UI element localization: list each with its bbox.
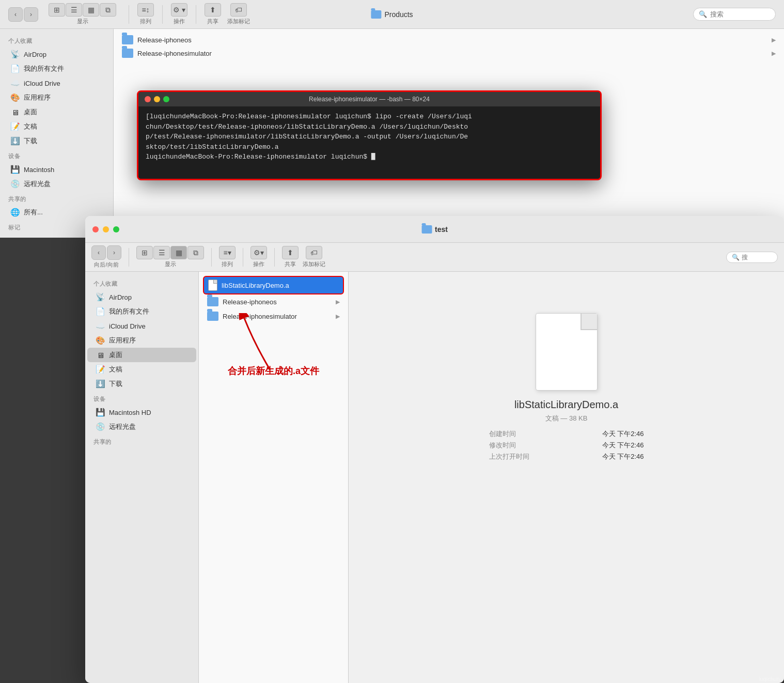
front-main: libStaticLibraryDemo.a Release-iphoneos … — [199, 272, 784, 683]
front-share-btn[interactable]: ⬆ — [282, 246, 299, 259]
tl-yellow[interactable] — [154, 96, 160, 102]
terminal-line4: sktop/test/libStaticLibraryDemo.a — [146, 142, 593, 152]
sidebar-item-downloads[interactable]: ⬇️ 下载 — [2, 134, 111, 148]
file-item-iphoneos[interactable]: Release-iphoneos ▶ — [203, 294, 344, 309]
front-list-view[interactable]: ☰ — [153, 246, 170, 259]
front-search-icon: 🔍 — [732, 254, 740, 261]
front-sidebar-downloads[interactable]: ⬇️ 下载 — [87, 377, 196, 391]
front-sidebar-icloud[interactable]: ☁️ iCloud Drive — [87, 319, 196, 333]
sort-btn[interactable]: ≡↕ — [137, 3, 154, 17]
front-bookmark-section: 🏷 添加标记 — [303, 246, 325, 268]
folder-icon-iphoneos — [122, 35, 133, 44]
front-label-downloads: 下载 — [109, 379, 122, 389]
file-row-iphoneos[interactable]: Release-iphoneos ▶ — [118, 33, 780, 46]
bookmark-btn[interactable]: 🏷 — [230, 3, 247, 17]
front-sidebar-remotedisk[interactable]: 💿 远程光盘 — [87, 420, 196, 434]
sidebar-item-allfiles[interactable]: 📄 我的所有文件 — [2, 61, 111, 76]
chevron-front-iphoneos: ▶ — [336, 299, 340, 305]
sidebar-item-remotedisk[interactable]: 💿 远程光盘 — [2, 177, 111, 191]
airdrop-icon: 📡 — [10, 50, 20, 59]
file-name-iphonesimulator: Release-iphonesimulator — [137, 50, 212, 57]
front-sidebar-docs[interactable]: 📝 文稿 — [87, 362, 196, 377]
front-search[interactable]: 🔍 — [726, 252, 778, 263]
sidebar-item-docs[interactable]: 📝 文稿 — [2, 119, 111, 134]
sidebar-label-icloud: iCloud Drive — [24, 80, 60, 87]
front-section-devices: 设备 — [85, 391, 198, 405]
front-column-view[interactable]: ▦ — [170, 246, 187, 259]
front-icon-view[interactable]: ⊞ — [136, 246, 153, 259]
back-finder-title: Products — [371, 10, 413, 19]
action-btn[interactable]: ⚙ ▾ — [171, 3, 187, 17]
front-view-group: ⊞ ☰ ▦ ⧉ — [136, 246, 204, 259]
front-label-allfiles: 我的所有文件 — [109, 307, 149, 316]
front-action-btn[interactable]: ⚙▾ — [250, 246, 267, 259]
front-sidebar-allfiles[interactable]: 📄 我的所有文件 — [87, 304, 196, 319]
terminal-titlebar: Release-iphonesimulator — -bash — 80×24 — [138, 92, 600, 106]
front-sidebar-airdrop[interactable]: 📡 AirDrop — [87, 290, 196, 304]
folder-icon-iphonesimulator — [122, 49, 133, 58]
sidebar-item-desktop[interactable]: 🖥 桌面 — [2, 105, 111, 119]
sidebar-item-airdrop[interactable]: 📡 AirDrop — [2, 47, 111, 61]
section-shared: 共享的 — [0, 191, 113, 205]
forward-btn[interactable]: › — [24, 7, 38, 22]
front-bookmark-btn[interactable]: 🏷 — [306, 246, 322, 259]
terminal-line3: p/test/Release-iphonesimulator/libStatic… — [146, 132, 593, 142]
terminal-line1: [luqichundeMacBook-Pro:Release-iphonesim… — [146, 112, 593, 122]
sidebar-item-macintosh[interactable]: 💾 Macintosh — [2, 162, 111, 177]
front-remotedisk-icon: 💿 — [96, 422, 105, 431]
front-back-btn[interactable]: ‹ — [91, 245, 106, 260]
action-label: 操作 — [174, 18, 185, 25]
terminal-title: Release-iphonesimulator — -bash — 80×24 — [309, 96, 430, 103]
front-label-remotedisk: 远程光盘 — [109, 422, 136, 431]
front-sort-section: ≡▾ 排列 — [219, 246, 236, 268]
front-sidebar-desktop[interactable]: 🖥 桌面 — [87, 348, 196, 362]
front-tl-red[interactable] — [92, 226, 99, 232]
back-nav-group[interactable]: ‹ › — [8, 7, 38, 22]
terminal-body[interactable]: [luqichundeMacBook-Pro:Release-iphonesim… — [138, 106, 600, 179]
front-cover-view[interactable]: ⧉ — [187, 246, 204, 259]
back-btn[interactable]: ‹ — [8, 7, 23, 22]
remotedisk-icon: 💿 — [10, 179, 20, 189]
icon-view-btn[interactable]: ⊞ — [49, 3, 65, 17]
sidebar-label-all: 所有... — [24, 208, 43, 217]
preview-meta: 创建时间 今天 下午2:46 修改时间 今天 下午2:46 上次打开时间 今天 … — [489, 429, 644, 463]
front-folder-icon — [421, 225, 432, 234]
sidebar-item-icloud[interactable]: ☁️ iCloud Drive — [2, 76, 111, 90]
front-sort-btn[interactable]: ≡▾ — [219, 246, 236, 259]
front-desktop-icon: 🖥 — [96, 350, 105, 360]
front-forward-btn[interactable]: › — [107, 245, 121, 260]
tl-green[interactable] — [163, 96, 169, 102]
front-tl-yellow[interactable] — [103, 226, 109, 232]
front-annotation-wrapper: 合并后新生成的.a文件 — [203, 365, 344, 377]
front-body: 个人收藏 📡 AirDrop 📄 我的所有文件 ☁️ iCloud Drive … — [85, 272, 784, 683]
tl-red[interactable] — [145, 96, 151, 102]
meta-accessed-row: 上次打开时间 今天 下午2:46 — [489, 452, 644, 461]
back-search-box[interactable]: 🔍 — [693, 8, 776, 21]
front-search-input[interactable] — [742, 254, 772, 261]
meta-accessed-value: 今天 下午2:46 — [602, 452, 644, 461]
front-macintosh-icon: 💾 — [96, 408, 105, 417]
meta-modified-row: 修改时间 今天 下午2:46 — [489, 441, 644, 450]
preview-filename: libStaticLibraryDemo.a — [514, 399, 618, 411]
search-input[interactable] — [710, 10, 770, 18]
sidebar-item-apps[interactable]: 🎨 应用程序 — [2, 90, 111, 105]
sidebar-label-allfiles: 我的所有文件 — [24, 64, 64, 73]
cover-view-btn[interactable]: ⧉ — [100, 3, 116, 17]
share-btn[interactable]: ⬆ — [205, 3, 221, 17]
front-allfiles-icon: 📄 — [96, 307, 105, 316]
apps-icon: 🎨 — [10, 93, 20, 102]
file-row-iphonesimulator[interactable]: Release-iphonesimulator ▶ — [118, 46, 780, 60]
sidebar-label-desktop: 桌面 — [24, 107, 37, 117]
back-sidebar: 个人收藏 📡 AirDrop 📄 我的所有文件 ☁️ iCloud Drive … — [0, 29, 114, 238]
list-view-btn[interactable]: ☰ — [66, 3, 82, 17]
front-toolbar: ‹ › 向后/向前 ⊞ ☰ ▦ ⧉ 显示 ≡▾ 排列 ⚙▾ 操作 — [85, 243, 784, 272]
front-label-desktop: 桌面 — [109, 350, 122, 360]
front-sidebar-apps[interactable]: 🎨 应用程序 — [87, 333, 196, 348]
front-sidebar-macintosh[interactable]: 💾 Macintosh HD — [87, 405, 196, 420]
display-label: 显示 — [77, 18, 88, 25]
front-nav-group[interactable]: ‹ › — [91, 245, 121, 260]
file-item-libstatic[interactable]: libStaticLibraryDemo.a — [203, 276, 344, 294]
column-view-btn[interactable]: ▦ — [83, 3, 99, 17]
back-toolbar: ‹ › ⊞ ☰ ▦ ⧉ 显示 ≡↕ 排列 ⚙ ▾ 操作 — [0, 0, 784, 29]
front-tl-green[interactable] — [113, 226, 119, 232]
